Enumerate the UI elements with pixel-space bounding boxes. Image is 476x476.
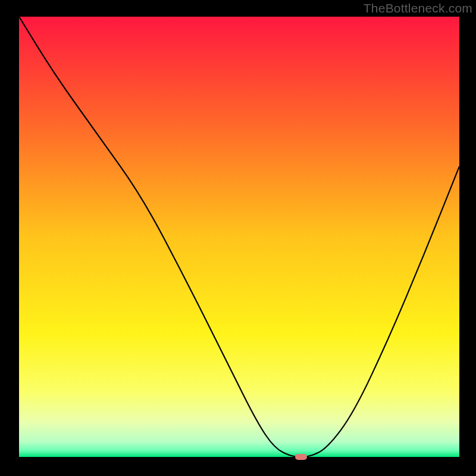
- curve-svg: [19, 17, 459, 457]
- optimal-marker: [295, 454, 307, 460]
- plot-area: [19, 17, 459, 457]
- chart-frame: TheBottleneck.com: [0, 0, 476, 476]
- watermark-text: TheBottleneck.com: [364, 1, 472, 15]
- bottleneck-curve: [19, 17, 459, 457]
